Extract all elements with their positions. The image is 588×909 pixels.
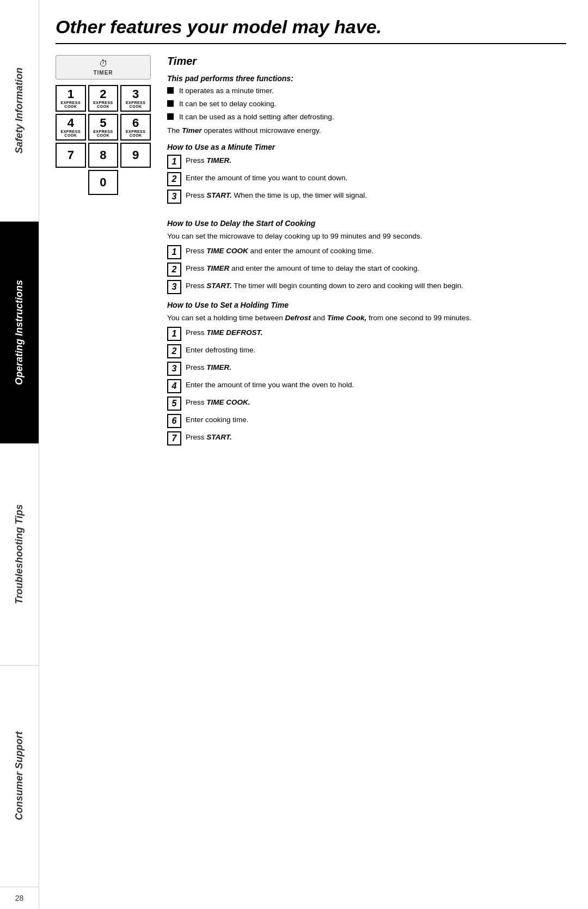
hold-step3-text: Press TIMER. xyxy=(186,362,566,373)
bullet-text-2: It can be set to delay cooking. xyxy=(179,99,277,109)
delay-step-3: 3 Press START. The timer will begin coun… xyxy=(167,280,566,294)
hold-step1-text: Press TIME DEFROST. xyxy=(186,327,566,338)
timer-bold-1: TIMER. xyxy=(206,156,231,164)
time-cook-bold-2: Time Cook, xyxy=(327,314,367,322)
sidebar-label-troubleshooting: Troubleshooting Tips xyxy=(14,499,25,609)
delay-heading: How to Use to Delay the Start of Cooking xyxy=(167,219,566,228)
delay-step-2: 2 Press TIMER and enter the amount of ti… xyxy=(167,263,566,277)
sidebar-label-safety: Safety Information xyxy=(14,62,25,159)
hold-step-num-1: 1 xyxy=(167,327,181,341)
bullet-3: It can be used as a hold setting after d… xyxy=(167,112,566,123)
minute-step1-text: Press TIMER. xyxy=(186,155,566,166)
hold-step-1: 1 Press TIME DEFROST. xyxy=(167,327,566,341)
minute-step-1: 1 Press TIMER. xyxy=(167,155,566,169)
timer-display-label: TIMER xyxy=(93,70,113,76)
sidebar-item-consumer[interactable]: Consumer Support xyxy=(0,666,39,887)
delay-step-num-1: 1 xyxy=(167,245,181,259)
sidebar-item-operating[interactable]: Operating Instructions xyxy=(0,222,39,443)
key-9[interactable]: 9 xyxy=(120,143,151,168)
timer-bold: Timer xyxy=(182,126,202,135)
keypad-grid: 1 EXPRESS COOK 2 EXPRESS COOK 3 EXPRESS … xyxy=(56,85,151,195)
bullet-1: It operates as a minute timer. xyxy=(167,86,566,96)
hold-step-num-6: 6 xyxy=(167,414,181,428)
delay-step3-text: Press START. The timer will begin counti… xyxy=(186,280,566,291)
bullet-square-1 xyxy=(167,87,174,94)
clock-icon: ⏱ xyxy=(99,59,108,69)
delay-intro: You can set the microwave to delay cooki… xyxy=(167,231,566,242)
hold-step-5: 5 Press TIME COOK. xyxy=(167,396,566,411)
sidebar-item-troubleshooting[interactable]: Troubleshooting Tips xyxy=(0,444,39,666)
bullet-text-1: It operates as a minute timer. xyxy=(179,86,274,96)
start-bold-3: START. xyxy=(206,433,232,441)
step-num-1: 1 xyxy=(167,155,181,169)
full-width-section: How to Use to Delay the Start of Cooking… xyxy=(167,212,566,449)
timer-bold-3: TIMER. xyxy=(206,363,231,371)
step-num-3: 3 xyxy=(167,190,181,204)
timer-note: The Timer operates without microwave ene… xyxy=(167,125,566,136)
key-3[interactable]: 3 EXPRESS COOK xyxy=(120,85,151,112)
defrost-bold: Defrost xyxy=(285,314,310,322)
bullet-square-2 xyxy=(167,100,174,107)
key-5[interactable]: 5 EXPRESS COOK xyxy=(88,114,119,141)
bullet-text-3: It can be used as a hold setting after d… xyxy=(179,112,334,123)
time-defrost-bold: TIME DEFROST. xyxy=(206,328,262,337)
timer-display: ⏱ TIMER xyxy=(56,55,151,80)
sidebar-item-safety[interactable]: Safety Information xyxy=(0,0,39,222)
minute-step3-text: Press START. When the time is up, the ti… xyxy=(186,190,566,201)
start-bold-2: START. xyxy=(206,282,232,290)
start-bold-1: START. xyxy=(206,191,232,199)
hold-step-6: 6 Enter cooking time. xyxy=(167,414,566,428)
timer-heading: Timer xyxy=(167,55,566,68)
hold-step-2: 2 Enter defrosting time. xyxy=(167,344,566,358)
main-content: Other features your model may have. ⏱ TI… xyxy=(39,0,588,909)
hold-step-num-4: 4 xyxy=(167,379,181,393)
hold-step2-text: Enter defrosting time. xyxy=(186,344,566,356)
key-2[interactable]: 2 EXPRESS COOK xyxy=(88,85,119,112)
sidebar-label-consumer: Consumer Support xyxy=(14,726,25,826)
sidebar: Safety Information Operating Instruction… xyxy=(0,0,39,909)
timer-bold-2: TIMER xyxy=(206,264,229,272)
delay-step2-text: Press TIMER and enter the amount of time… xyxy=(186,263,566,274)
time-cook-bold-1: TIME COOK xyxy=(206,247,248,255)
hold-step-4: 4 Enter the amount of time you want the … xyxy=(167,379,566,393)
minute-step-3: 3 Press START. When the time is up, the … xyxy=(167,190,566,204)
step-num-2: 2 xyxy=(167,172,181,186)
pad-functions-heading: This pad performs three functions: xyxy=(167,74,566,83)
hold-step5-text: Press TIME COOK. xyxy=(186,396,566,408)
page-number: 28 xyxy=(15,887,24,909)
hold-step-num-2: 2 xyxy=(167,344,181,358)
text-section: Timer This pad performs three functions:… xyxy=(167,55,566,207)
page-title: Other features your model may have. xyxy=(56,16,566,44)
delay-step-num-3: 3 xyxy=(167,280,181,294)
hold-step6-text: Enter cooking time. xyxy=(186,414,566,425)
sidebar-label-operating: Operating Instructions xyxy=(14,274,25,391)
key-1[interactable]: 1 EXPRESS COOK xyxy=(56,85,86,112)
minute-step2-text: Enter the amount of time you want to cou… xyxy=(186,172,566,184)
minute-step-2: 2 Enter the amount of time you want to c… xyxy=(167,172,566,186)
hold-step4-text: Enter the amount of time you want the ov… xyxy=(186,379,566,391)
keypad-section: ⏱ TIMER 1 EXPRESS COOK 2 EXPRESS COOK 3 … xyxy=(56,55,151,207)
delay-step1-text: Press TIME COOK and enter the amount of … xyxy=(186,245,566,257)
hold-step7-text: Press START. xyxy=(186,431,566,443)
key-6[interactable]: 6 EXPRESS COOK xyxy=(120,114,151,141)
bullet-2: It can be set to delay cooking. xyxy=(167,99,566,109)
time-cook-bold-3: TIME COOK. xyxy=(206,398,250,406)
bullet-square-3 xyxy=(167,113,174,120)
key-0[interactable]: 0 xyxy=(88,170,119,195)
minute-timer-heading: How to Use as a Minute Timer xyxy=(167,143,566,151)
delay-step-num-2: 2 xyxy=(167,263,181,277)
key-7[interactable]: 7 xyxy=(56,143,86,168)
hold-heading: How to Use to Set a Holding Time xyxy=(167,301,566,309)
hold-step-num-7: 7 xyxy=(167,431,181,446)
hold-step-num-5: 5 xyxy=(167,396,181,411)
hold-step-7: 7 Press START. xyxy=(167,431,566,446)
hold-step-num-3: 3 xyxy=(167,362,181,376)
key-8[interactable]: 8 xyxy=(88,143,119,168)
key-4[interactable]: 4 EXPRESS COOK xyxy=(56,114,86,141)
delay-step-1: 1 Press TIME COOK and enter the amount o… xyxy=(167,245,566,259)
hold-step-3: 3 Press TIMER. xyxy=(167,362,566,376)
hold-intro: You can set a holding time between Defro… xyxy=(167,313,566,324)
content-row: ⏱ TIMER 1 EXPRESS COOK 2 EXPRESS COOK 3 … xyxy=(56,55,566,207)
